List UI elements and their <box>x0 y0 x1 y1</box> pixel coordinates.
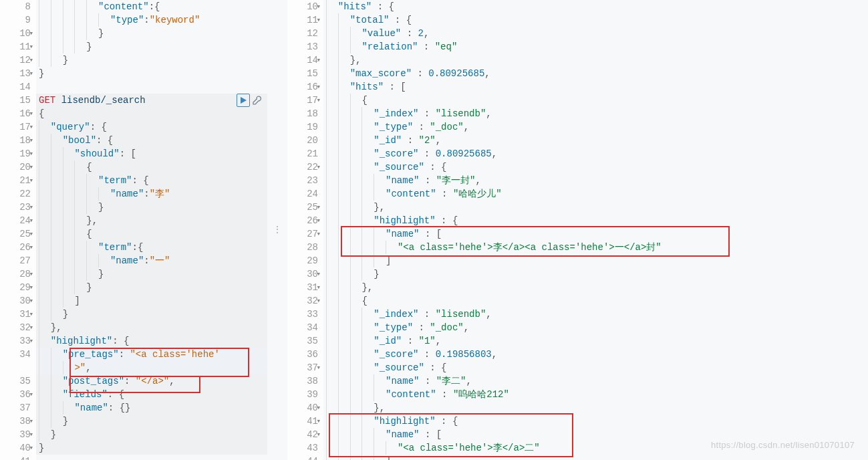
code-line[interactable]: }, <box>323 53 868 67</box>
request-editor[interactable]: "content":{ "type":"keyword" } } }}GET l… <box>36 0 267 460</box>
code-line[interactable]: "content":{ <box>36 0 267 13</box>
code-line[interactable]: ] <box>323 254 868 267</box>
code-line[interactable]: "highlight" : { <box>323 415 868 428</box>
fold-icon[interactable]: ▾ <box>29 67 33 80</box>
code-line[interactable]: "value" : 2, <box>323 27 868 40</box>
code-line[interactable]: "hits" : { <box>323 0 868 13</box>
code-line[interactable]: "should": [ <box>36 147 267 160</box>
code-line[interactable]: "name":"一" <box>36 254 267 267</box>
fold-icon[interactable]: ▾ <box>316 267 321 281</box>
code-line[interactable]: "name" : [ <box>323 227 868 241</box>
code-line[interactable]: { <box>36 160 267 174</box>
code-line[interactable]: "_id" : "2", <box>323 134 868 147</box>
fold-icon[interactable]: ▾ <box>316 53 321 67</box>
code-line[interactable]: "total" : { <box>323 13 868 27</box>
fold-icon[interactable]: ▾ <box>29 120 33 134</box>
code-line[interactable]: "name" : "李一封", <box>323 174 868 187</box>
code-line[interactable]: ] <box>323 455 868 460</box>
code-line[interactable]: "highlight": { <box>36 334 267 348</box>
code-line[interactable]: }, <box>323 201 868 214</box>
fold-icon[interactable]: ▾ <box>29 441 33 455</box>
fold-icon[interactable]: ▾ <box>316 13 321 27</box>
fold-icon[interactable]: ▾ <box>316 94 321 107</box>
fold-icon[interactable]: ▾ <box>29 321 33 334</box>
code-line[interactable]: "_index" : "lisendb", <box>323 107 868 120</box>
code-line[interactable]: "name" : "李二", <box>323 374 868 388</box>
code-line[interactable]: "hits" : [ <box>323 80 868 94</box>
wrench-icon[interactable] <box>251 94 263 106</box>
code-line[interactable]: { <box>323 294 868 308</box>
fold-icon[interactable]: ▾ <box>29 267 33 281</box>
code-line[interactable]: "_score" : 0.80925685, <box>323 147 868 160</box>
code-line[interactable]: "type":"keyword" <box>36 13 267 27</box>
code-line[interactable]: "relation" : "eq" <box>323 40 868 53</box>
code-line[interactable]: } <box>36 281 267 294</box>
fold-icon[interactable]: ▾ <box>29 281 33 294</box>
fold-icon[interactable]: ▾ <box>29 174 33 187</box>
code-line[interactable]: } <box>36 441 267 455</box>
code-line[interactable]: } <box>36 308 267 321</box>
code-line[interactable]: ] <box>36 294 267 308</box>
code-line[interactable]: } <box>36 201 267 214</box>
code-line[interactable]: "bool": { <box>36 134 267 147</box>
fold-icon[interactable]: ▾ <box>29 160 33 174</box>
fold-icon[interactable]: ▾ <box>29 415 33 428</box>
fold-icon[interactable]: ▾ <box>29 334 33 348</box>
fold-icon[interactable]: ▾ <box>29 53 33 67</box>
code-line[interactable]: } <box>323 267 868 281</box>
fold-icon[interactable]: ▾ <box>29 214 33 227</box>
fold-icon[interactable]: ▾ <box>29 227 33 241</box>
code-line[interactable]: }, <box>323 281 868 294</box>
fold-icon[interactable]: ▾ <box>29 308 33 321</box>
code-line[interactable]: "_index" : "lisendb", <box>323 308 868 321</box>
code-line[interactable]: GET lisendb/_search <box>36 94 267 107</box>
code-line[interactable]: { <box>36 107 267 120</box>
run-button[interactable] <box>237 94 250 107</box>
code-line[interactable]: }, <box>36 321 267 334</box>
fold-icon[interactable]: ▾ <box>316 214 321 227</box>
fold-icon[interactable]: ▾ <box>29 201 33 214</box>
code-line[interactable]: { <box>36 227 267 241</box>
fold-icon[interactable]: ▾ <box>316 227 321 241</box>
fold-icon[interactable]: ▾ <box>29 428 33 441</box>
code-line[interactable]: }, <box>323 401 868 415</box>
code-line[interactable]: "fields": { <box>36 388 267 401</box>
fold-icon[interactable]: ▾ <box>29 27 33 40</box>
code-line[interactable]: "_type" : "_doc", <box>323 321 868 334</box>
fold-icon[interactable]: ▾ <box>316 361 321 374</box>
code-line[interactable]: "term":{ <box>36 241 267 254</box>
pane-divider[interactable]: ⋮ <box>267 0 287 460</box>
fold-icon[interactable]: ▾ <box>316 401 321 415</box>
code-line[interactable]: "_score" : 0.19856803, <box>323 348 868 361</box>
fold-icon[interactable]: ▾ <box>316 294 321 308</box>
code-line[interactable]: "pre_tags": "<a class='hehe' <box>36 348 267 361</box>
code-line[interactable]: }, <box>36 214 267 227</box>
code-line[interactable]: "post_tags": "</a>", <box>36 374 267 388</box>
code-line[interactable]: } <box>36 40 267 53</box>
code-line[interactable]: "term": { <box>36 174 267 187</box>
code-line[interactable]: "<a class='hehe'>李</a><a class='hehe'>一<… <box>323 241 868 254</box>
code-line[interactable]: "_id" : "1", <box>323 334 868 348</box>
code-line[interactable] <box>36 455 267 460</box>
fold-icon[interactable]: ▾ <box>316 428 321 441</box>
fold-icon[interactable]: ▾ <box>316 80 321 94</box>
fold-icon[interactable]: ▾ <box>316 0 321 13</box>
code-line[interactable]: } <box>36 428 267 441</box>
code-line[interactable]: "_source" : { <box>323 361 868 374</box>
fold-icon[interactable]: ▾ <box>29 388 33 401</box>
code-line[interactable]: "content" : "呜哈哈212" <box>323 388 868 401</box>
code-line[interactable]: } <box>36 27 267 40</box>
fold-icon[interactable]: ▾ <box>316 160 321 174</box>
code-line[interactable]: } <box>36 67 267 80</box>
fold-icon[interactable]: ▾ <box>316 281 321 294</box>
code-line[interactable]: "name":"李" <box>36 187 267 201</box>
code-line[interactable]: "max_score" : 0.80925685, <box>323 67 868 80</box>
code-line[interactable]: "_type" : "_doc", <box>323 120 868 134</box>
code-line[interactable]: "content" : "哈哈少儿" <box>323 187 868 201</box>
fold-icon[interactable]: ▾ <box>29 107 33 120</box>
code-line[interactable]: "_source" : { <box>323 160 868 174</box>
code-line[interactable]: } <box>36 415 267 428</box>
code-line[interactable]: } <box>36 267 267 281</box>
code-line[interactable]: { <box>323 94 868 107</box>
code-line[interactable]: "highlight" : { <box>323 214 868 227</box>
